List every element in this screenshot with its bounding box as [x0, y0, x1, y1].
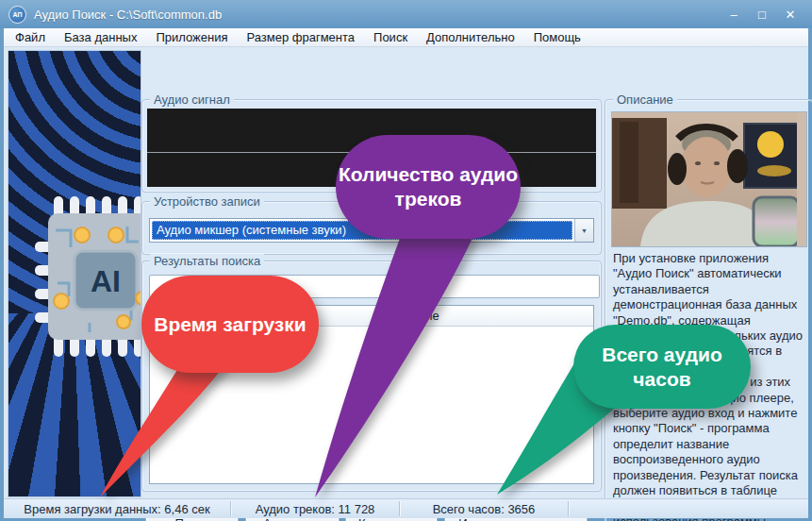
menu-help[interactable]: Помощь [524, 28, 590, 46]
description-group: Описание [605, 99, 812, 521]
window-controls: – □ ✕ [721, 5, 803, 24]
menu-extra[interactable]: Дополнительно [417, 28, 524, 46]
status-track-count: Аудио треков: 11 728 [231, 499, 399, 518]
column-header-value[interactable]: Значение [377, 306, 593, 326]
callout-total-hours: Всего аудио часов [573, 325, 751, 409]
status-total-hours: Всего часов: 3656 [400, 499, 568, 518]
menu-search[interactable]: Поиск [364, 28, 417, 46]
chip-ai-label: AI [91, 264, 121, 298]
callout-load-time: Время загрузки [141, 276, 319, 373]
menu-fragment-size[interactable]: Размер фрагмента [237, 28, 364, 46]
window-title: Аудио Поиск - C:\Soft\common.db [34, 8, 721, 22]
minimize-icon[interactable]: – [721, 5, 746, 24]
app-icon: АП [8, 6, 26, 24]
ai-chip-icon: AI [33, 193, 141, 361]
menu-file[interactable]: Файл [6, 28, 55, 46]
title-bar: АП Аудио Поиск - C:\Soft\common.db – □ ✕ [0, 0, 812, 28]
menu-applications[interactable]: Приложения [146, 28, 237, 46]
chevron-down-icon[interactable]: ▼ [574, 219, 593, 242]
callout-track-count: Количество аудио треков [336, 135, 521, 239]
webcam-photo [611, 111, 807, 247]
callout-load-time-text: Время загрузки [154, 312, 306, 337]
callout-track-count-text: Количество аудио треков [336, 162, 521, 211]
maximize-icon[interactable]: □ [750, 5, 774, 24]
main-content: AI Аудио сигнал Устройство записи Аудио … [4, 47, 808, 498]
description-label: Описание [613, 92, 677, 107]
callout-total-hours-text: Всего аудио часов [573, 343, 751, 392]
app-icon-label: АП [13, 11, 23, 18]
search-results-label: Результаты поиска [150, 254, 264, 268]
close-icon[interactable]: ✕ [778, 5, 803, 24]
menu-database[interactable]: База данных [55, 28, 146, 46]
sidebar-artwork: AI [8, 50, 141, 497]
status-load-time: Время загрузки данных: 6,46 сек [4, 499, 230, 518]
recording-device-label: Устройство записи [150, 194, 264, 209]
audio-signal-label: Аудио сигнал [150, 92, 234, 107]
menu-bar: Файл База данных Приложения Размер фрагм… [4, 28, 808, 47]
status-bar: Время загрузки данных: 6,46 сек Аудио тр… [4, 498, 808, 518]
status-empty [569, 499, 808, 518]
